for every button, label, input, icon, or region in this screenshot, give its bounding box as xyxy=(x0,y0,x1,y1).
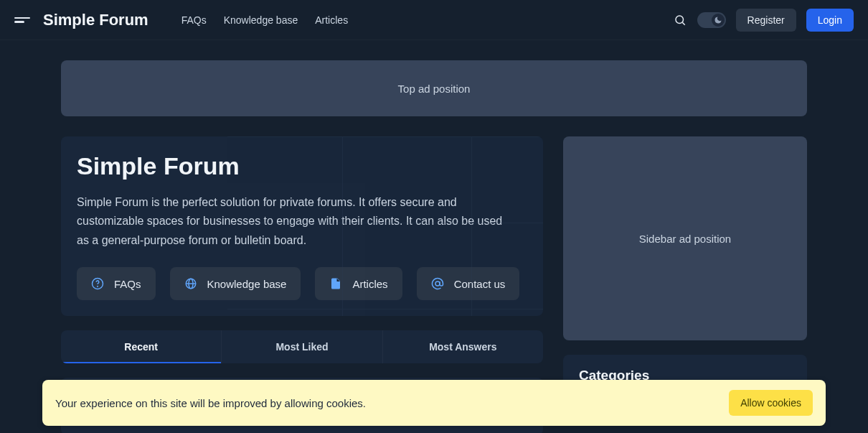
hero-description: Simple Forum is the perfect solution for… xyxy=(77,193,507,250)
nav-right: Register Login xyxy=(673,9,854,32)
pill-label: Articles xyxy=(352,278,387,290)
sort-tabs: Recent Most Liked Most Answers xyxy=(61,330,543,363)
allow-cookies-button[interactable]: Allow cookies xyxy=(729,390,813,416)
at-sign-icon xyxy=(431,277,444,290)
page-container: Top ad position Simple Forum Simple Foru… xyxy=(47,40,821,433)
sidebar-ad-slot: Sidebar ad position xyxy=(563,136,807,340)
hero-title: Simple Forum xyxy=(77,152,527,180)
nav-left: Simple Forum FAQs Knowledge base Article… xyxy=(14,11,348,29)
svg-point-3 xyxy=(98,287,98,287)
sidebar-ad-label: Sidebar ad position xyxy=(639,233,731,245)
search-icon[interactable] xyxy=(673,13,687,27)
pill-contact-us[interactable]: Contact us xyxy=(417,267,520,300)
globe-icon xyxy=(184,277,197,290)
login-button[interactable]: Login xyxy=(806,9,854,32)
register-button[interactable]: Register xyxy=(736,9,796,32)
cookie-banner: Your experience on this site will be imp… xyxy=(42,380,826,426)
pill-faqs[interactable]: FAQs xyxy=(77,267,156,300)
top-ad-slot: Top ad position xyxy=(61,60,807,116)
nav-link-faqs[interactable]: FAQs xyxy=(181,14,207,26)
hero-pill-row: FAQs Knowledge base xyxy=(77,267,527,300)
pill-articles[interactable]: Articles xyxy=(315,267,402,300)
sidebar-column: Sidebar ad position Categories xyxy=(563,136,807,396)
tab-most-liked[interactable]: Most Liked xyxy=(221,330,382,363)
top-ad-label: Top ad position xyxy=(398,83,471,95)
hamburger-menu-icon[interactable] xyxy=(14,14,30,26)
tab-most-answers[interactable]: Most Answers xyxy=(382,330,543,363)
svg-line-1 xyxy=(682,22,684,24)
help-circle-icon xyxy=(91,277,104,290)
brand-title[interactable]: Simple Forum xyxy=(43,11,148,29)
document-icon xyxy=(329,277,342,290)
pill-label: Contact us xyxy=(454,278,506,290)
cookie-text: Your experience on this site will be imp… xyxy=(55,397,366,409)
svg-point-0 xyxy=(676,16,684,24)
pill-label: Knowledge base xyxy=(207,278,287,290)
nav-link-kb[interactable]: Knowledge base xyxy=(224,14,298,26)
tab-recent[interactable]: Recent xyxy=(61,330,221,363)
nav-links: FAQs Knowledge base Articles xyxy=(181,14,348,26)
pill-knowledge-base[interactable]: Knowledge base xyxy=(170,267,301,300)
navbar: Simple Forum FAQs Knowledge base Article… xyxy=(0,0,868,40)
hero-card: Simple Forum Simple Forum is the perfect… xyxy=(61,136,543,316)
svg-point-7 xyxy=(435,281,440,286)
theme-toggle[interactable] xyxy=(697,12,726,28)
nav-link-articles[interactable]: Articles xyxy=(315,14,348,26)
pill-label: FAQs xyxy=(114,278,141,290)
